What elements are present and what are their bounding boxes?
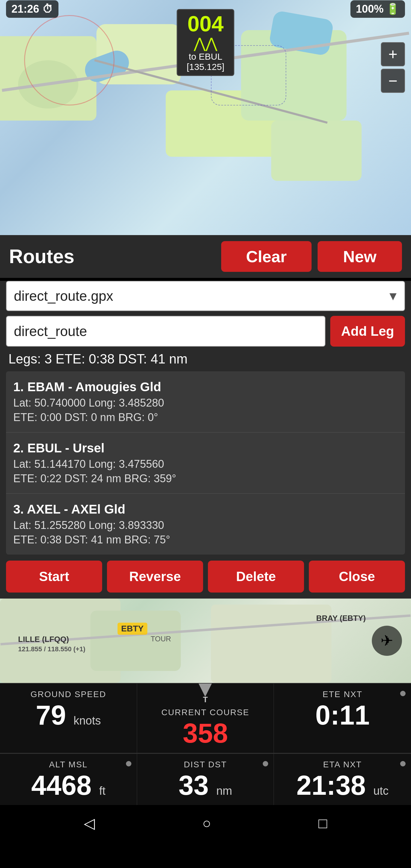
waypoint-coords-1: Lat: 50.740000 Long: 3.485280 (13, 397, 398, 409)
ete-nxt-value: 0:11 (279, 702, 406, 729)
android-nav-bar: ◁ ○ □ (0, 805, 411, 841)
legs-info: Legs: 3 ETE: 0:38 DST: 41 nm (8, 351, 405, 367)
recents-button[interactable]: □ (318, 815, 327, 832)
add-leg-button[interactable]: Add Leg (330, 316, 405, 347)
close-button[interactable]: Close (309, 561, 405, 592)
eta-nxt-cell: ETA nxt 21:38 utc (274, 754, 411, 805)
waypoint-coords-3: Lat: 51.255280 Long: 3.893330 (13, 519, 398, 532)
map-zoom-controls: + − (381, 42, 405, 93)
battery-icon: 🔋 (386, 3, 400, 16)
compass-icon: ✈ (381, 632, 393, 650)
waypoint-details-2: ETE: 0:22 DST: 24 nm BRG: 359° (13, 472, 398, 485)
bottom-map-label-bray: BRAY (EBTY) (316, 614, 366, 623)
time-display: 21:26 ⏱ (6, 0, 59, 18)
dist-dst-number: 33 (179, 770, 209, 801)
eta-nxt-unit: utc (373, 784, 389, 797)
reverse-button[interactable]: Reverse (107, 561, 203, 592)
current-course-cell: T CURRENT COURSE 358 (137, 684, 274, 753)
waypoint-title-3: 3. AXEL - AXEl Gld (13, 502, 398, 517)
battery-percent: 100% (356, 3, 384, 16)
route-file-dropdown[interactable]: direct_route.gpx (6, 281, 405, 311)
ground-speed-label: GROUND SPEED (5, 689, 132, 699)
waypoint-arrows-icon: ⋀⋀ (187, 35, 224, 52)
waypoint-item-2[interactable]: 2. EBUL - Ursel Lat: 51.144170 Long: 3.4… (6, 433, 405, 494)
ground-speed-unit: knots (73, 714, 101, 727)
home-button[interactable]: ○ (202, 815, 211, 832)
dist-dst-cell: DIST dst 33 nm (137, 754, 274, 805)
ground-speed-number: 79 (36, 700, 66, 730)
waypoint-details-1: ETE: 0:00 DST: 0 nm BRG: 0° (13, 411, 398, 424)
clear-button[interactable]: Clear (221, 241, 312, 272)
waypoint-details-3: ETE: 0:38 DST: 41 nm BRG: 75° (13, 533, 398, 546)
instrument-panel-bottom: ALT MSL 4468 ft DIST dst 33 nm ETA nxt 2… (0, 753, 411, 805)
waypoint-item-3[interactable]: 3. AXEL - AXEl Gld Lat: 51.255280 Long: … (6, 494, 405, 555)
battery-display: 100% 🔋 (350, 0, 405, 18)
waypoint-list: 1. EBAM - Amougies Gld Lat: 50.740000 Lo… (6, 371, 405, 555)
map-top: 21:26 ⏱ 100% 🔋 004 ⋀⋀ to EBUL [135.125] … (0, 0, 411, 235)
clock-icon: ⏱ (42, 3, 53, 16)
ete-nxt-cell: ETE nxt 0:11 (274, 684, 411, 753)
start-button[interactable]: Start (6, 561, 102, 592)
waypoint-title-2: 2. EBUL - Ursel (13, 441, 398, 456)
routes-buttons: Clear New (221, 241, 402, 272)
bottom-map-label-tournai: TOUR (151, 635, 171, 643)
zoom-out-button[interactable]: − (381, 69, 405, 93)
waypoint-coords-2: Lat: 51.144170 Long: 3.475560 (13, 458, 398, 470)
routes-header: Routes Clear New (0, 235, 411, 278)
new-button[interactable]: New (318, 241, 402, 272)
alt-msl-value: 4468 ft (5, 772, 132, 799)
alt-msl-cell: ALT MSL 4468 ft (0, 754, 137, 805)
bottom-map-label-ebty: EBTY (118, 623, 147, 635)
waypoint-item-1[interactable]: 1. EBAM - Amougies Gld Lat: 50.740000 Lo… (6, 371, 405, 433)
waypoint-to-label: to EBUL (187, 52, 224, 62)
back-button[interactable]: ◁ (84, 815, 95, 832)
current-course-label: CURRENT COURSE (142, 708, 269, 717)
alt-msl-dot (126, 761, 131, 767)
waypoint-frequency: [135.125] (187, 62, 224, 72)
time-text: 21:26 (11, 3, 39, 16)
waypoint-number: 004 (187, 13, 224, 35)
alt-msl-unit: ft (99, 784, 105, 797)
delete-button[interactable]: Delete (208, 561, 304, 592)
waypoint-title-1: 1. EBAM - Amougies Gld (13, 380, 398, 394)
route-content: direct_route.gpx ▼ Add Leg Legs: 3 ETE: … (0, 281, 411, 598)
ground-speed-value: 79 knots (5, 702, 132, 729)
compass-button[interactable]: ✈ (372, 626, 402, 656)
eta-nxt-number: 21:38 (296, 770, 366, 801)
dist-dst-value: 33 nm (142, 772, 269, 799)
dist-dst-unit: nm (216, 784, 232, 797)
instrument-panel-top: GROUND SPEED 79 knots T CURRENT COURSE 3… (0, 683, 411, 753)
eta-nxt-value: 21:38 utc (279, 772, 406, 799)
bottom-map-label-1: LILLE (LFQQ)121.855 / 118.550 (+1) (18, 635, 85, 653)
current-course-value: 358 (142, 720, 269, 747)
waypoint-badge: 004 ⋀⋀ to EBUL [135.125] (177, 9, 234, 76)
current-course-number: 358 (183, 718, 228, 748)
eta-nxt-label: ETA nxt (279, 760, 406, 770)
route-name-input[interactable] (6, 316, 325, 347)
eta-dot (400, 761, 406, 767)
dist-dst-label: DIST dst (142, 760, 269, 770)
ete-nxt-label: ETE nxt (279, 689, 406, 699)
course-T-label: T (203, 695, 208, 704)
zoom-in-button[interactable]: + (381, 42, 405, 66)
route-dropdown-wrapper: direct_route.gpx ▼ (6, 281, 405, 311)
ete-dot-indicator (400, 691, 406, 696)
action-buttons: Start Reverse Delete Close (6, 561, 405, 592)
ground-speed-cell: GROUND SPEED 79 knots (0, 684, 137, 753)
routes-title: Routes (9, 245, 74, 268)
alt-msl-number: 4468 (31, 770, 92, 801)
alt-msl-label: ALT MSL (5, 760, 132, 770)
route-name-row: Add Leg (6, 316, 405, 347)
map-bottom: LILLE (LFQQ)121.855 / 118.550 (+1) EBTY … (0, 598, 411, 683)
